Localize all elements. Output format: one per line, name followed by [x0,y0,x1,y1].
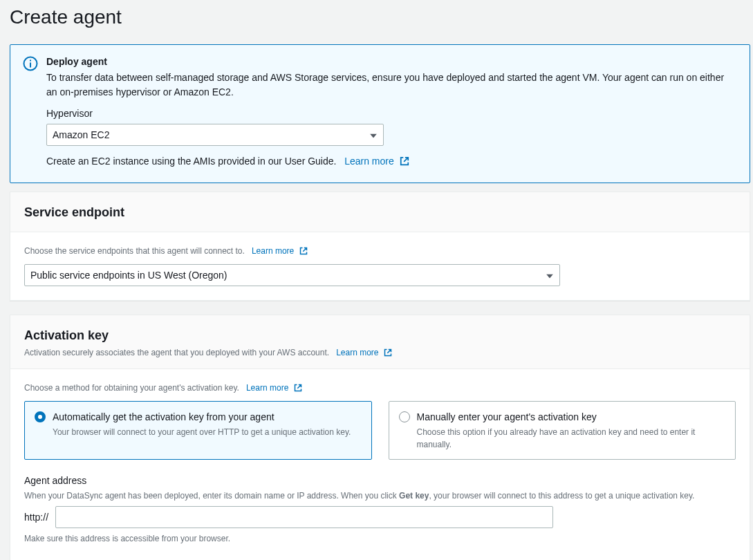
activation-key-panel: Activation key Activation securely assoc… [10,315,750,560]
hypervisor-select[interactable]: Amazon EC2 [46,124,384,146]
agent-address-input[interactable] [55,506,553,528]
hypervisor-label: Hypervisor [46,106,737,121]
endpoint-value: Public service endpoints in US West (Ore… [30,268,227,283]
manual-option-title: Manually enter your agent's activation k… [417,410,726,424]
svg-rect-2 [30,60,31,62]
activation-learn-more-link[interactable]: Learn more [336,348,392,357]
auto-option-desc: Your browser will connect to your agent … [53,426,362,438]
activation-option-auto[interactable]: Automatically get the activation key fro… [24,401,372,460]
auto-option-title: Automatically get the activation key fro… [53,410,362,424]
external-link-icon [294,383,302,395]
activation-title: Activation key [24,326,736,345]
service-endpoint-title: Service endpoint [24,203,736,222]
activation-option-manual[interactable]: Manually enter your agent's activation k… [389,401,736,460]
page-title: Create agent [10,0,750,44]
svg-rect-1 [30,63,31,68]
external-link-icon [384,348,392,360]
activation-subtitle: Activation securely associates the agent… [24,348,329,357]
radio-icon [35,411,46,422]
deploy-learn-more-link[interactable]: Learn more [344,156,409,167]
radio-icon [399,411,410,422]
endpoint-learn-more-link[interactable]: Learn more [252,246,308,256]
agent-address-note: Make sure this address is accessible fro… [24,532,736,545]
activation-method-helper: Choose a method for obtaining your agent… [24,383,239,393]
endpoint-helper: Choose the service endpoints that this a… [24,246,245,256]
info-icon [23,56,38,71]
external-link-icon [299,246,308,259]
hypervisor-value: Amazon EC2 [53,128,109,142]
manual-option-desc: Choose this option if you already have a… [417,426,726,451]
activation-method-learn-more-link[interactable]: Learn more [246,383,302,393]
service-endpoint-panel: Service endpoint Choose the service endp… [10,192,750,301]
deploy-agent-panel: Deploy agent To transfer data between se… [10,44,750,183]
agent-address-prefix: http:// [24,510,48,525]
agent-address-label: Agent address [24,474,736,488]
deploy-description: To transfer data between self-managed st… [46,71,737,100]
external-link-icon [400,156,409,170]
deploy-title: Deploy agent [46,55,737,69]
endpoint-select[interactable]: Public service endpoints in US West (Ore… [24,264,560,286]
agent-address-desc: When your DataSync agent has been deploy… [24,489,736,502]
deploy-hint: Create an EC2 instance using the AMIs pr… [46,156,336,167]
